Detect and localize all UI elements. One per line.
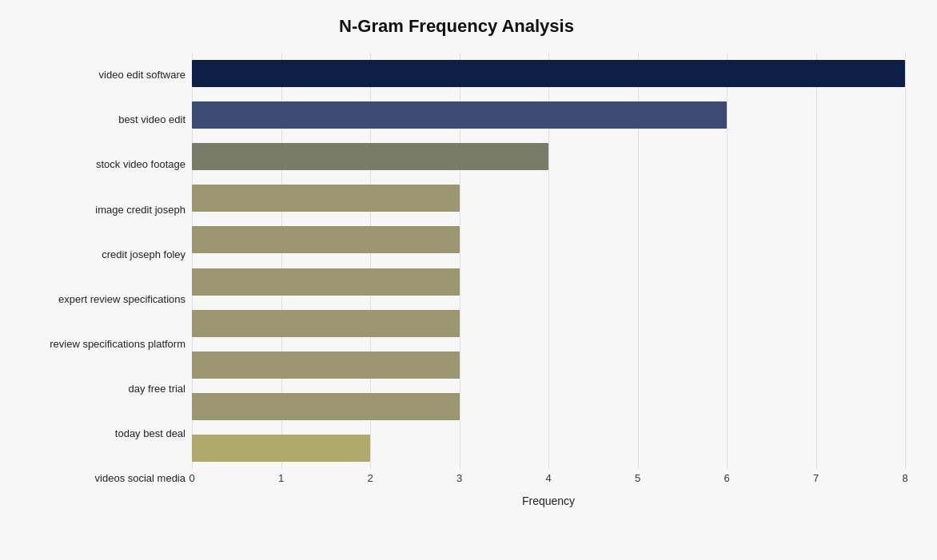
x-axis-label: Frequency [522, 494, 575, 507]
x-tick: 6 [724, 472, 729, 484]
bar [192, 101, 727, 129]
bar-row [192, 264, 905, 300]
y-label: best video edit [8, 113, 185, 126]
y-label: videos social media [8, 472, 185, 485]
bar-row [192, 222, 905, 257]
bar [192, 60, 905, 87]
bar [192, 226, 460, 253]
bar [192, 268, 460, 296]
x-tick: 1 [278, 472, 284, 484]
y-label: today best deal [8, 427, 185, 440]
x-tick: 8 [902, 472, 907, 484]
y-label: image credit joseph [8, 204, 185, 216]
x-axis: Frequency 012345678 [192, 469, 905, 501]
y-label: expert review specifications [8, 293, 185, 306]
y-label: day free trial [8, 383, 185, 395]
x-tick: 4 [545, 472, 551, 484]
bar-row [192, 389, 905, 424]
y-label: stock video footage [8, 158, 185, 171]
grid-line [905, 53, 906, 469]
bar [192, 351, 460, 379]
y-label: video edit software [8, 69, 185, 81]
bars-and-x: Frequency 012345678 [192, 53, 905, 501]
bar-row [192, 306, 905, 341]
bar [192, 393, 460, 420]
bar [192, 310, 460, 337]
y-labels: video edit softwarebest video editstock … [8, 53, 192, 501]
bar-row [192, 97, 905, 133]
y-label: review specifications platform [8, 338, 185, 351]
bar [192, 143, 548, 170]
x-tick: 7 [813, 472, 819, 484]
x-tick: 0 [189, 472, 194, 484]
chart-container: N-Gram Frequency Analysis video edit sof… [0, 0, 937, 560]
bar-row [192, 431, 905, 466]
x-tick: 3 [457, 472, 462, 484]
bar [192, 435, 370, 462]
chart-area: video edit softwarebest video editstock … [8, 53, 905, 501]
bar-row [192, 56, 905, 91]
bar-row [192, 348, 905, 383]
y-label: credit joseph foley [8, 248, 185, 261]
bars-area [192, 53, 905, 469]
bar [192, 185, 460, 212]
bar-row [192, 181, 905, 216]
x-tick: 5 [635, 472, 640, 484]
bar-row [192, 139, 905, 174]
x-tick: 2 [367, 472, 373, 484]
chart-title: N-Gram Frequency Analysis [8, 16, 905, 37]
